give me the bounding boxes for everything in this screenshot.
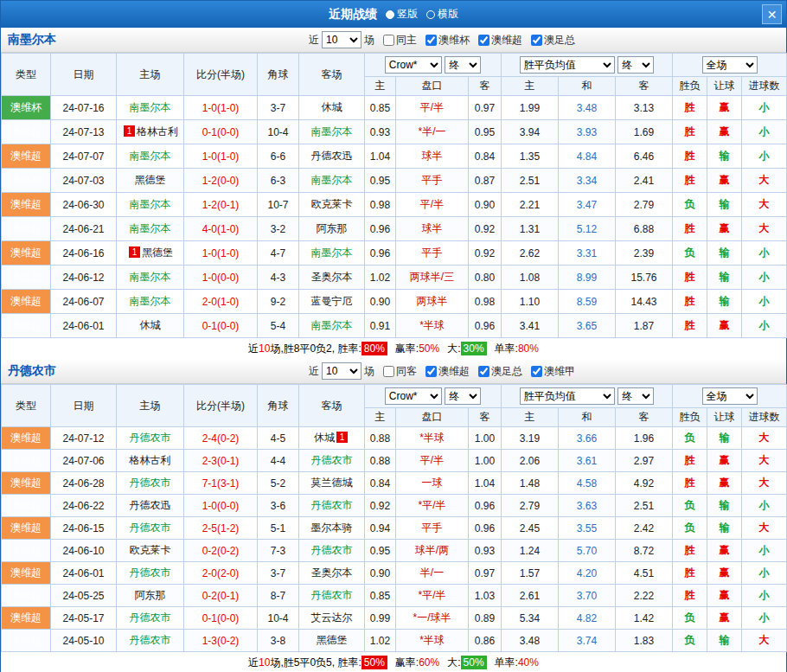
- matches-table: 类型 日期 主场 比分(半场) 角球 客场 Crow* 终 胜平负均值 终: [1, 384, 787, 652]
- team-text: 莫兰德城: [311, 477, 353, 489]
- league-checkbox[interactable]: [478, 366, 489, 377]
- result-cell: 负: [673, 517, 707, 540]
- goals-cell: 大: [742, 217, 787, 241]
- fullmatch-select[interactable]: 全场: [702, 56, 758, 74]
- home-team-cell: 黑德堡: [117, 169, 184, 193]
- big-rate-label: 大:: [447, 656, 460, 669]
- fullmatch-select[interactable]: 全场: [702, 387, 758, 405]
- odds-average-select[interactable]: 胜平负均值: [520, 56, 615, 74]
- odds-average-select[interactable]: 胜平负均值: [520, 387, 615, 405]
- team-section-1: 南墨尔本 近 10 场 同主 澳维杯 澳维超: [1, 28, 786, 359]
- score-cell: 0-2(0-2): [184, 540, 258, 562]
- league-type-cell: 澳维超: [2, 472, 51, 495]
- radio-horizontal-layout[interactable]: 横版: [426, 7, 458, 22]
- odds-away-cell: 4.92: [616, 472, 673, 495]
- corners-cell: 4-5: [258, 427, 299, 450]
- league-type-cell: 澳维超: [2, 450, 51, 472]
- corners-cell: 7-3: [258, 540, 299, 562]
- ah-away-odds-cell: 0.96: [469, 314, 502, 338]
- col-header-result: 胜负: [673, 408, 707, 427]
- bookmaker-select[interactable]: Crow*: [385, 56, 442, 74]
- goals-cell: 小: [742, 290, 787, 314]
- league-checkbox[interactable]: [531, 35, 542, 46]
- team-text: 南墨尔本: [130, 295, 171, 307]
- handicap-result-cell: 赢: [707, 607, 742, 630]
- team-text: 南墨尔本: [311, 125, 353, 138]
- ah-home-odds-cell: 0.96: [365, 217, 396, 241]
- league-checkbox[interactable]: [425, 35, 437, 46]
- recent-count-select[interactable]: 10: [322, 31, 362, 48]
- team-text: 黑德堡: [135, 174, 166, 186]
- handicap-cell: *半球: [396, 314, 469, 338]
- odds-group-header: 胜平负均值 终: [502, 54, 673, 77]
- home-team-cell: 休城: [117, 314, 184, 338]
- team-text: 南墨尔本: [130, 198, 171, 210]
- result-cell: 胜: [673, 290, 707, 314]
- final-odds-select[interactable]: 终: [445, 56, 481, 74]
- same-venue-label: 同客: [396, 364, 417, 379]
- goals-cell: 大: [742, 630, 787, 652]
- away-team-cell: 南墨尔本: [299, 120, 365, 144]
- league-checkbox[interactable]: [425, 366, 437, 377]
- same-venue-checkbox[interactable]: [383, 366, 394, 377]
- score-cell: 1-0(0-0): [184, 495, 258, 517]
- final-odds-select[interactable]: 终: [445, 387, 481, 405]
- same-venue-filter[interactable]: 同客: [383, 364, 417, 379]
- handicap-result-cell: 输: [707, 144, 742, 169]
- date-cell: 24-05-10: [51, 630, 117, 652]
- match-row: 澳维超24-06-30南墨尔本1-2(0-1)10-7欧克莱卡0.98平/半0.…: [2, 193, 787, 217]
- away-team-cell: 丹德农市: [299, 450, 365, 472]
- bookmaker-select[interactable]: Crow*: [385, 387, 442, 405]
- league-filter[interactable]: 澳足总: [531, 33, 575, 48]
- team-text: 丹德农市: [311, 544, 353, 556]
- recent-count-select[interactable]: 10: [322, 362, 362, 380]
- same-venue-checkbox[interactable]: [383, 35, 394, 46]
- radio-vertical-label[interactable]: 竖版: [397, 7, 418, 22]
- league-filter[interactable]: 澳维甲: [531, 364, 575, 379]
- odds-away-cell: 2.41: [616, 169, 673, 193]
- col-header-goals: 进球数: [742, 77, 787, 96]
- result-cell: 负: [673, 193, 707, 217]
- date-cell: 24-06-28: [51, 472, 117, 495]
- league-filter[interactable]: 澳足总: [478, 364, 522, 379]
- team-text: 南墨尔本: [130, 150, 171, 162]
- col-header-home: 主场: [117, 385, 184, 427]
- summary-count: 10: [259, 656, 270, 669]
- goals-cell: 小: [742, 120, 787, 144]
- team-text: 阿东那: [135, 589, 166, 601]
- odds-draw-cell: 4.82: [559, 607, 616, 630]
- result-cell: 负: [673, 630, 707, 652]
- radio-vertical-layout[interactable]: 竖版: [386, 7, 418, 22]
- league-filter[interactable]: 澳维杯: [425, 33, 470, 48]
- col-header-away: 客场: [299, 385, 365, 427]
- col-header-score: 比分(半场): [184, 385, 258, 427]
- away-team-cell: 丹德农迅: [299, 144, 365, 169]
- league-type-cell: 澳维超: [2, 193, 51, 217]
- home-team-cell: 南墨尔本: [117, 193, 184, 217]
- league-filter[interactable]: 澳维超: [425, 364, 470, 379]
- handicap-cell: 平/半: [396, 96, 469, 120]
- handicap-result-cell: 赢: [707, 540, 742, 562]
- final-odds-select-2[interactable]: 终: [617, 387, 654, 405]
- away-team-cell: 圣奥尔本: [299, 562, 365, 585]
- away-team-cell: 艾云达尔: [299, 607, 365, 630]
- league-checkbox[interactable]: [478, 35, 489, 46]
- score-cell: 1-0(1-0): [184, 96, 258, 120]
- filter-bar: 近 10 场 同主 澳维杯 澳维超 澳足总: [309, 28, 575, 52]
- radio-horizontal-label[interactable]: 横版: [438, 7, 458, 22]
- radio-dot-icon[interactable]: [386, 10, 394, 19]
- handicap-result-cell: 赢: [707, 169, 742, 193]
- league-checkbox[interactable]: [531, 366, 542, 377]
- handicap-cell: 球半: [396, 217, 469, 241]
- radio-dot-icon[interactable]: [426, 10, 435, 19]
- col-header-corners: 角球: [258, 385, 299, 427]
- odds-away-cell: 8.72: [616, 540, 673, 562]
- score-cell: 2-3(0-1): [184, 450, 258, 472]
- league-filter[interactable]: 澳维超: [478, 33, 522, 48]
- games-label: 场: [364, 364, 374, 379]
- final-odds-select-2[interactable]: 终: [617, 56, 654, 74]
- same-venue-filter[interactable]: 同主: [383, 33, 417, 48]
- odds-home-cell: 2.51: [502, 169, 559, 193]
- close-icon[interactable]: ✕: [762, 4, 782, 24]
- ah-home-odds-cell: 1.02: [365, 630, 396, 652]
